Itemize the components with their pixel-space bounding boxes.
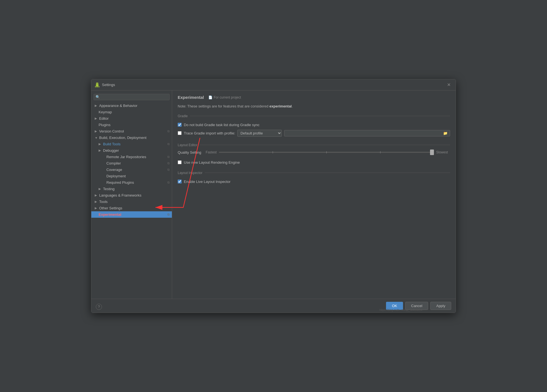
sidebar-item-remote-jar[interactable]: Remote Jar Repositories⧉	[91, 154, 172, 160]
watermark: https://blog.csdn.net/qq_38436214	[380, 308, 422, 312]
trace-profile-select[interactable]: Default profile Custom profile	[237, 130, 282, 137]
live-layout-inspector-row: Enable Live Layout Inspector	[178, 178, 450, 185]
apply-button[interactable]: Apply	[430, 302, 451, 310]
sidebar-item-coverage[interactable]: Coverage⧉	[91, 166, 172, 173]
sidebar-item-experimental[interactable]: Experimental⧉	[91, 211, 172, 218]
main-title: Experimental	[178, 95, 204, 100]
nav-label: Appearance & Behavior	[99, 104, 170, 108]
slider-tick-3	[380, 151, 380, 153]
nav-label: Version Control	[99, 129, 166, 133]
sidebar-item-required-plugins[interactable]: Required Plugins⧉	[91, 179, 172, 186]
trace-gradle-checkbox[interactable]	[178, 131, 182, 135]
copy-icon: ⧉	[167, 155, 170, 159]
chevron-icon: ▶	[95, 193, 98, 197]
sidebar-item-build-execution[interactable]: ▼Build, Execution, Deployment	[91, 134, 172, 141]
android-icon	[95, 82, 100, 87]
sidebar-nav: ▶Appearance & BehaviorKeymap▶EditorPlugi…	[91, 102, 172, 218]
search-box[interactable]: 🔍	[94, 94, 170, 100]
main-content: Experimental 📄 For current project Note:…	[172, 90, 456, 299]
nav-label: Languages & Frameworks	[99, 193, 170, 197]
settings-dialog: Settings ✕ 🔍 ▶Appearance & BehaviorKeyma…	[91, 79, 456, 313]
chevron-icon: ▶	[99, 187, 102, 191]
new-layout-rendering-checkbox[interactable]	[178, 160, 182, 164]
layout-inspector-section: Layout Inspector Enable Live Layout Insp…	[178, 171, 450, 185]
nav-label: Compiler	[106, 161, 166, 165]
live-layout-inspector-checkbox[interactable]	[178, 180, 182, 183]
sidebar-item-testing[interactable]: ▶Testing	[91, 186, 172, 192]
copy-icon: ⧉	[167, 161, 170, 165]
copy-icon: ⧉	[167, 129, 170, 133]
new-layout-rendering-label: Use new Layout Rendering Engine	[184, 160, 240, 165]
quality-slider-track	[219, 152, 434, 153]
nav-label: Debugger	[103, 148, 170, 153]
sidebar-item-tools[interactable]: ▶Tools	[91, 199, 172, 205]
trace-gradle-label: Trace Gradle import with profile:	[184, 131, 235, 135]
chevron-icon: ▶	[95, 104, 98, 107]
quality-section: Quality Setting Fastest Slowest	[178, 150, 450, 155]
layout-inspector-divider-line	[205, 173, 450, 173]
live-layout-inspector-label: Enable Live Layout Inspector	[184, 180, 231, 184]
nav-label: Plugins	[99, 123, 170, 127]
nav-label: Keymap	[99, 110, 170, 114]
gradle-label: Gradle	[178, 114, 188, 118]
search-icon: 🔍	[96, 95, 100, 99]
gradle-divider: Gradle	[178, 114, 450, 118]
dialog-body: 🔍 ▶Appearance & BehaviorKeymap▶EditorPlu…	[91, 90, 456, 299]
quality-slider-thumb[interactable]	[430, 150, 434, 155]
chevron-icon: ▶	[95, 117, 98, 120]
help-button[interactable]: ?	[96, 304, 102, 310]
no-build-task-label: Do not build Gradle task list during Gra…	[184, 123, 260, 127]
copy-icon: ⧉	[167, 142, 170, 146]
nav-label: Other Settings	[99, 206, 170, 210]
nav-label: Remote Jar Repositories	[106, 155, 166, 159]
sidebar: 🔍 ▶Appearance & BehaviorKeymap▶EditorPlu…	[91, 90, 172, 299]
layout-inspector-label: Layout Inspector	[178, 171, 202, 175]
sidebar-item-debugger[interactable]: ▶Debugger	[91, 147, 172, 154]
layout-editor-divider-line	[200, 145, 450, 145]
search-input[interactable]	[101, 95, 168, 99]
sidebar-item-other-settings[interactable]: ▶Other Settings	[91, 205, 172, 211]
chevron-icon: ▶	[99, 142, 102, 146]
folder-button[interactable]: 📁	[284, 130, 450, 136]
nav-label: Editor	[99, 116, 170, 121]
sidebar-item-compiler[interactable]: Compiler⧉	[91, 160, 172, 166]
chevron-icon: ▶	[95, 206, 98, 210]
copy-icon: ⧉	[167, 168, 170, 171]
sidebar-item-version-control[interactable]: ▶Version Control⧉	[91, 128, 172, 134]
main-header: Experimental 📄 For current project	[178, 95, 450, 100]
chevron-icon: ▶	[95, 200, 98, 204]
nav-label: Tools	[99, 200, 170, 204]
close-button[interactable]: ✕	[445, 82, 452, 88]
nav-label: Required Plugins	[106, 180, 166, 185]
layout-editor-section: Layout Editor Quality Setting Fastest	[178, 143, 450, 166]
no-build-task-checkbox[interactable]	[178, 123, 182, 127]
layout-inspector-divider: Layout Inspector	[178, 171, 450, 175]
current-project-icon: 📄	[208, 95, 213, 99]
gradle-section: Gradle Do not build Gradle task list dur…	[178, 114, 450, 138]
trace-gradle-row: Trace Gradle import with profile: Defaul…	[178, 128, 450, 138]
sidebar-item-plugins[interactable]: Plugins	[91, 122, 172, 128]
sidebar-item-appearance[interactable]: ▶Appearance & Behavior	[91, 102, 172, 109]
chevron-icon: ▼	[95, 136, 98, 139]
sidebar-item-languages[interactable]: ▶Languages & Frameworks	[91, 192, 172, 199]
slider-tick-1	[273, 151, 273, 153]
gradle-divider-line	[190, 116, 450, 116]
sidebar-item-build-tools[interactable]: ▶Build Tools⧉	[91, 141, 172, 147]
sidebar-item-editor[interactable]: ▶Editor	[91, 115, 172, 122]
new-layout-rendering-row: Use new Layout Rendering Engine	[178, 159, 450, 166]
dialog-title: Settings	[102, 83, 445, 87]
current-project-link[interactable]: 📄 For current project	[208, 95, 241, 99]
nav-label: Deployment	[106, 174, 170, 178]
copy-icon: ⧉	[167, 181, 170, 184]
slider-right-label: Slowest	[436, 150, 448, 154]
layout-editor-label: Layout Editor	[178, 143, 197, 147]
note-text: Note: These settings are for features th…	[178, 104, 450, 109]
layout-editor-divider: Layout Editor	[178, 143, 450, 147]
slider-tick-2	[326, 151, 327, 153]
sidebar-item-keymap[interactable]: Keymap	[91, 109, 172, 115]
quality-label-row: Quality Setting Fastest Slowest	[178, 150, 450, 155]
help-icon[interactable]: ?	[96, 304, 102, 310]
chevron-icon: ▶	[95, 129, 98, 133]
sidebar-item-deployment[interactable]: Deployment	[91, 173, 172, 179]
copy-icon: ⧉	[167, 213, 170, 216]
